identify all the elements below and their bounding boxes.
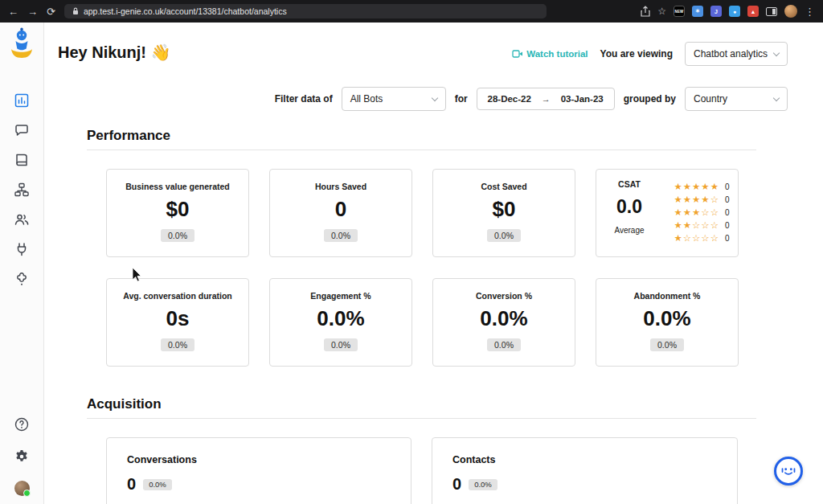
date-range-picker[interactable]: 28-Dec-22 → 03-Jan-23	[477, 88, 615, 110]
star-row: ★★☆☆☆0	[654, 219, 731, 232]
conversion-card: Conversion % 0.0% 0.0%	[432, 278, 575, 367]
metric-title: Avg. conversation duration	[107, 291, 248, 301]
sidebar-contacts-icon[interactable]	[14, 211, 30, 227]
group-by-dropdown[interactable]: Country	[685, 87, 788, 111]
extension-new-icon[interactable]: NEW	[674, 6, 685, 17]
metric-title: Business value generated	[107, 182, 248, 191]
extension-cloud-icon[interactable]: ●	[729, 6, 740, 17]
metric-title: Conversion %	[433, 291, 575, 301]
csat-label: CSAT	[604, 179, 654, 189]
metric-change-badge: 0.0%	[324, 338, 358, 351]
metric-change-badge: 0.0%	[324, 229, 358, 242]
star-rating: ★★★★★	[674, 182, 719, 192]
metric-title: Hours Saved	[270, 182, 412, 191]
csat-summary: CSAT 0.0 Average	[604, 179, 654, 256]
metric-value: $0	[107, 197, 248, 222]
performance-cards-row2: Avg. conversation duration 0s 0.0% Engag…	[106, 278, 739, 367]
browser-menu-icon[interactable]: ⋮	[805, 6, 815, 17]
performance-section-title: Performance	[87, 128, 170, 144]
refresh-icon[interactable]: ⟳	[47, 6, 55, 17]
metric-value: 0.0%	[270, 306, 412, 331]
csat-card: CSAT 0.0 Average ★★★★★0 ★★★★☆0 ★★★☆☆0 ★★…	[596, 169, 739, 257]
star-row: ★★★☆☆0	[654, 207, 731, 219]
user-avatar[interactable]	[14, 481, 30, 496]
acq-card-value: 0	[127, 475, 136, 494]
date-end: 03-Jan-23	[561, 94, 604, 104]
page-greeting: Hey Nikunj! 👋	[58, 43, 171, 62]
metric-value: 0.0%	[596, 306, 738, 331]
chevron-down-icon	[773, 94, 780, 100]
acquisition-section-title: Acquisition	[87, 396, 162, 412]
url-text: app.test.i-genie.co.uk/account/13381/cha…	[84, 6, 287, 16]
viewing-label: You are viewing	[600, 48, 673, 59]
metric-change-badge: 0.0%	[487, 229, 521, 242]
extension-snowflake-icon[interactable]: ✶	[692, 6, 703, 17]
bookmark-star-icon[interactable]: ☆	[657, 6, 666, 16]
chatbot-face-icon	[780, 462, 797, 480]
bot-filter-dropdown[interactable]: All Bots	[342, 87, 446, 111]
back-icon[interactable]: ←	[8, 6, 18, 17]
acquisition-cards: Conversations 0 0.0% Contacts 0 0.0%	[106, 437, 738, 504]
cost-saved-card: Cost Saved $0 0.0%	[432, 169, 575, 257]
csat-average-label: Average	[604, 226, 654, 235]
sidebar-flows-icon[interactable]	[14, 182, 30, 198]
group-by-value: Country	[694, 93, 727, 104]
business-value-card: Business value generated $0 0.0%	[106, 169, 249, 257]
arrow-right-icon: →	[542, 94, 551, 104]
star-count: 0	[725, 234, 731, 243]
metric-title: Abandonment %	[596, 291, 738, 301]
sidebar-knowledge-icon[interactable]	[14, 152, 30, 168]
metric-change-badge: 0.0%	[161, 229, 194, 242]
metric-value: 0	[270, 197, 412, 222]
sidebar-chat-icon[interactable]	[14, 122, 30, 138]
star-count: 0	[725, 182, 731, 191]
metric-title: Cost Saved	[433, 182, 575, 191]
browser-profile-avatar[interactable]	[784, 5, 797, 18]
analytics-type-value: Chatbot analytics	[694, 48, 768, 59]
hours-saved-card: Hours Saved 0 0.0%	[269, 169, 412, 257]
extension-icon[interactable]: J	[710, 6, 722, 17]
analytics-type-dropdown[interactable]: Chatbot analytics	[685, 42, 788, 66]
sidebar-analytics-icon[interactable]	[14, 92, 30, 109]
acq-card-value: 0	[452, 475, 461, 494]
star-rating: ★★★★☆	[674, 195, 719, 205]
acq-card-stats: 0 0.0%	[452, 475, 717, 494]
section-divider	[87, 418, 756, 419]
lock-icon	[72, 7, 79, 15]
filter-bar: Filter data of All Bots for 28-Dec-22 → …	[275, 87, 788, 111]
share-icon[interactable]	[641, 6, 650, 17]
browser-actions: ☆ NEW ✶ J ● ▲ ⋮	[641, 5, 815, 18]
contacts-card: Contacts 0 0.0%	[432, 437, 738, 504]
forward-icon[interactable]: →	[27, 6, 38, 17]
genie-logo[interactable]	[8, 27, 35, 64]
star-count: 0	[725, 221, 731, 230]
bot-filter-value: All Bots	[350, 93, 383, 104]
side-panel-icon[interactable]	[766, 7, 777, 16]
sidebar-apps-icon[interactable]	[14, 271, 30, 287]
csat-star-breakdown: ★★★★★0 ★★★★☆0 ★★★☆☆0 ★★☆☆☆0 ★☆☆☆☆0	[654, 179, 731, 256]
star-rating: ★★★☆☆	[674, 208, 719, 218]
performance-cards-row1: Business value generated $0 0.0% Hours S…	[106, 169, 739, 257]
acq-card-title: Contacts	[452, 454, 717, 465]
abandonment-card: Abandonment % 0.0% 0.0%	[596, 278, 739, 367]
grouped-by-label: grouped by	[624, 93, 676, 104]
sidebar-nav	[14, 92, 30, 287]
acq-change-badge: 0.0%	[143, 479, 172, 490]
metric-change-badge: 0.0%	[161, 338, 194, 351]
chat-widget-button[interactable]	[774, 457, 803, 486]
metric-value: 0s	[107, 306, 248, 331]
extension-puzzle-icon[interactable]: ▲	[747, 6, 759, 17]
metric-change-badge: 0.0%	[650, 338, 684, 351]
sidebar-integrations-icon[interactable]	[14, 241, 30, 257]
for-label: for	[455, 93, 468, 104]
url-bar[interactable]: app.test.i-genie.co.uk/account/13381/cha…	[64, 4, 547, 18]
star-rating: ★☆☆☆☆	[674, 234, 719, 244]
star-row: ★★★★☆0	[654, 194, 731, 206]
settings-gear-icon[interactable]	[14, 449, 30, 465]
acq-card-title: Conversations	[127, 454, 391, 465]
watch-tutorial-link[interactable]: Watch tutorial	[512, 49, 588, 59]
conversations-card: Conversations 0 0.0%	[106, 437, 412, 504]
date-start: 28-Dec-22	[488, 94, 531, 104]
help-icon[interactable]	[14, 416, 30, 432]
browser-chrome: ← → ⟳ app.test.i-genie.co.uk/account/133…	[0, 0, 823, 23]
